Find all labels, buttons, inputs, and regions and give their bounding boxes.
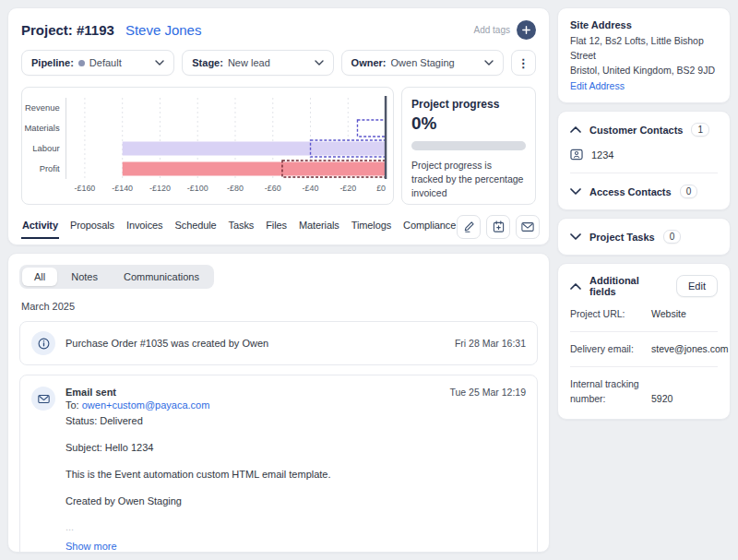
envelope-icon [521, 221, 534, 232]
project-header-card: Project: #1193 Steve Jones Add tags Pipe… [7, 7, 550, 245]
svg-text:-£80: -£80 [227, 184, 244, 193]
activity-feed-card: All Notes Communications March 2025 Purc… [7, 253, 550, 553]
more-options-button[interactable]: ⋮ [511, 50, 536, 76]
activity-item-timestamp: Fri 28 Mar 16:31 [455, 338, 526, 349]
customer-name-link[interactable]: Steve Jones [125, 22, 202, 38]
progress-bar [411, 141, 526, 150]
contact-name: 1234 [591, 149, 613, 161]
customer-contacts-toggle[interactable]: Customer Contacts 1 [570, 123, 718, 137]
access-contacts-count: 0 [680, 185, 698, 198]
tab-invoices[interactable]: Invoices [125, 214, 164, 239]
access-contacts-toggle[interactable]: Access Contacts 0 [570, 185, 718, 198]
segment-notes[interactable]: Notes [59, 268, 110, 286]
svg-text:-£100: -£100 [187, 184, 208, 193]
plus-icon [521, 25, 531, 35]
svg-text:-£40: -£40 [303, 184, 319, 193]
additional-fields-header: Additional fields Edit [570, 275, 718, 297]
customer-contacts-title: Customer Contacts [589, 125, 683, 136]
email-status-line: Status: Delivered [65, 413, 526, 429]
additional-fields-title: Additional fields [589, 275, 668, 297]
chevron-down-icon [315, 60, 324, 66]
tab-files[interactable]: Files [265, 214, 288, 239]
stage-value: New lead [228, 57, 310, 68]
edit-fields-button[interactable]: Edit [676, 275, 718, 297]
contact-list-item[interactable]: 1234 [570, 149, 718, 161]
financials-bar-chart: -£160-£140-£120-£100-£80-£60-£40-£20£0Re… [24, 92, 391, 199]
contacts-card: Customer Contacts 1 1234 Access Contacts… [557, 111, 731, 210]
email-body-line: This is the Event automation custom HTML… [65, 467, 526, 483]
financials-chart-card: -£160-£140-£120-£100-£80-£60-£40-£20£0Re… [21, 87, 394, 205]
activity-filter-segments: All Notes Communications [19, 265, 214, 289]
email-subject-line: Subject: Hello 1234 [65, 440, 526, 456]
additional-fields-card: Additional fields Edit Project URL: Webs… [557, 263, 731, 420]
project-url-link[interactable]: Website [651, 307, 718, 322]
tabs-row: Activity Proposals Invoices Schedule Tas… [21, 214, 536, 239]
main-column: Project: #1193 Steve Jones Add tags Pipe… [7, 7, 550, 553]
chevron-up-icon[interactable] [570, 283, 581, 290]
svg-text:-£20: -£20 [339, 184, 356, 193]
customer-contacts-count: 1 [691, 123, 709, 137]
add-tags-label: Add tags [474, 25, 510, 35]
project-tasks-toggle[interactable]: Project Tasks 0 [570, 230, 718, 244]
month-header: March 2025 [21, 301, 536, 312]
edit-address-link[interactable]: Edit Address [570, 80, 625, 91]
summary-row: -£160-£140-£120-£100-£80-£60-£40-£20£0Re… [21, 87, 536, 205]
email-created-by-line: Created by Owen Staging [65, 494, 526, 509]
project-progress-card: Project progress 0% Project progress is … [401, 87, 536, 205]
email-to-link[interactable]: owen+custom@payaca.com [82, 399, 210, 411]
project-tasks-count: 0 [663, 230, 682, 244]
segment-all[interactable]: All [22, 268, 57, 286]
stage-dropdown[interactable]: Stage: New lead [182, 50, 333, 76]
site-address-title: Site Address [570, 19, 718, 30]
project-tasks-title: Project Tasks [589, 232, 655, 243]
progress-title: Project progress [411, 98, 526, 111]
send-email-button[interactable] [516, 215, 540, 239]
tab-activity[interactable]: Activity [21, 214, 59, 239]
field-label: Delivery email: [570, 342, 651, 357]
segment-communications[interactable]: Communications [112, 268, 211, 286]
activity-item-purchase-order[interactable]: Purchase Order #1035 was created by Owen… [19, 321, 538, 365]
contact-card-icon [570, 149, 583, 161]
tab-schedule[interactable]: Schedule [174, 214, 218, 239]
site-address-line1: Flat 12, Bs2 Lofts, Little Bishop Street [570, 34, 718, 64]
tags-group: Add tags [474, 20, 536, 40]
title-row: Project: #1193 Steve Jones Add tags [21, 20, 536, 40]
email-title: Email sent [65, 387, 116, 398]
add-tag-button[interactable] [517, 20, 536, 40]
pipeline-dropdown[interactable]: Pipeline: Default [21, 50, 174, 76]
email-header-row: Email sent Tue 25 Mar 12:19 [65, 387, 526, 398]
stage-label: Stage: [192, 57, 223, 68]
add-event-button[interactable] [486, 215, 510, 239]
show-more-link[interactable]: Show more [65, 541, 117, 552]
tab-timelogs[interactable]: Timelogs [351, 214, 392, 239]
owner-dropdown[interactable]: Owner: Owen Staging [341, 50, 504, 76]
field-row-tracking-number: Internal tracking number: 5920 [570, 377, 718, 409]
add-note-button[interactable] [457, 215, 481, 239]
filters-row: Pipeline: Default Stage: New lead Owner: [21, 50, 536, 76]
svg-text:-£60: -£60 [265, 184, 281, 193]
svg-text:Labour: Labour [32, 143, 59, 153]
pencil-icon [463, 220, 475, 232]
tab-compliance[interactable]: Compliance [402, 214, 457, 239]
tab-materials[interactable]: Materials [298, 214, 340, 239]
tab-tasks[interactable]: Tasks [228, 214, 256, 239]
calendar-plus-icon [493, 220, 505, 232]
owner-value: Owen Staging [391, 57, 480, 68]
pipeline-color-dot [78, 60, 85, 66]
field-label: Internal tracking number: [570, 377, 651, 407]
sidebar: Site Address Flat 12, Bs2 Lofts, Little … [557, 7, 731, 553]
email-truncation-ellipsis: ... [65, 522, 526, 532]
chevron-down-icon [155, 60, 164, 66]
access-contacts-title: Access Contacts [589, 186, 672, 197]
delivery-email-link[interactable]: steve@jones.com [651, 342, 729, 357]
page-title: Project: #1193 [21, 22, 114, 38]
owner-label: Owner: [351, 57, 387, 68]
field-row-delivery-email: Delivery email: steve@jones.com [570, 342, 718, 367]
info-icon [31, 331, 55, 355]
activity-item-email: Email sent Tue 25 Mar 12:19 To: owen+cus… [19, 375, 538, 553]
svg-text:-£120: -£120 [149, 184, 171, 193]
pipeline-value: Default [89, 57, 150, 68]
tab-proposals[interactable]: Proposals [69, 214, 115, 239]
quick-actions [457, 215, 540, 239]
email-icon [31, 387, 55, 411]
